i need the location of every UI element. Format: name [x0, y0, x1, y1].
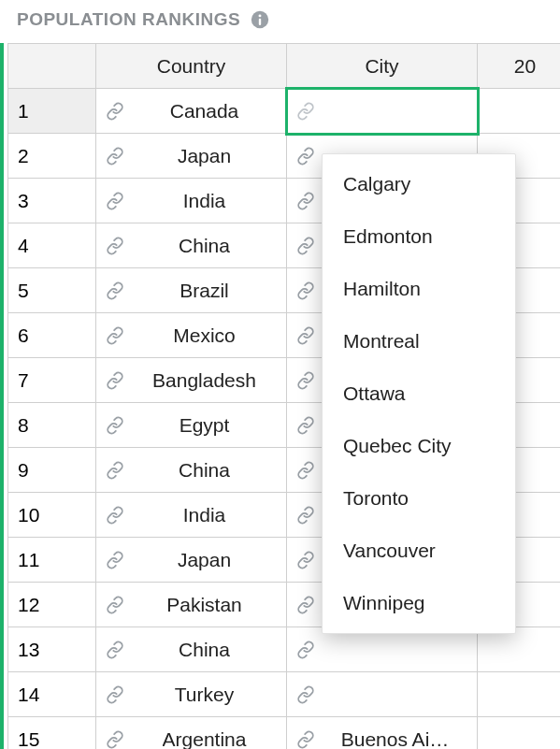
cell-country[interactable]: Japan [96, 538, 287, 583]
section-title: POPULATION RANKINGS [17, 9, 240, 30]
cell-country[interactable]: Canada [96, 89, 287, 134]
link-icon [106, 730, 155, 749]
link-icon [296, 685, 388, 704]
cell-country[interactable]: Brazil [96, 268, 287, 313]
cell-country[interactable]: Mexico [96, 313, 287, 358]
row-number[interactable]: 4 [8, 223, 96, 268]
link-icon [106, 281, 172, 300]
cell-year[interactable] [478, 672, 561, 717]
cell-country-label: Brazil [179, 280, 277, 302]
cell-country[interactable]: China [96, 448, 287, 493]
cell-country[interactable]: Turkey [96, 672, 287, 717]
row-number[interactable]: 1 [8, 89, 96, 134]
dropdown-item[interactable]: Edmonton [323, 210, 515, 263]
link-icon [106, 102, 163, 121]
row-number[interactable]: 10 [8, 493, 96, 538]
link-icon [106, 192, 176, 210]
dropdown-item[interactable]: Quebec City [323, 420, 515, 472]
cell-country[interactable]: India [96, 493, 287, 538]
row-number[interactable]: 2 [8, 134, 96, 179]
cell-country-label: India [183, 190, 277, 212]
cell-year[interactable] [478, 717, 561, 750]
cell-country[interactable]: Egypt [96, 403, 287, 448]
cell-city-label: Buenos Ai… [341, 728, 467, 750]
cell-city[interactable]: Buenos Ai… [287, 717, 478, 750]
svg-point-1 [259, 14, 262, 17]
column-header-country[interactable]: Country [96, 44, 287, 89]
dropdown-item[interactable]: Winnipeg [323, 577, 515, 629]
cell-year[interactable] [478, 89, 561, 134]
row-number[interactable]: 12 [8, 583, 96, 627]
link-icon [106, 326, 165, 345]
cell-country[interactable]: Japan [96, 134, 287, 179]
link-icon [106, 416, 172, 435]
table-row: 15ArgentinaBuenos Ai… [8, 717, 561, 750]
link-icon [106, 641, 171, 659]
cell-country-label: China [179, 639, 277, 661]
link-icon [106, 461, 171, 480]
cell-country-label: Canada [170, 100, 277, 122]
dropdown-item[interactable]: Ottawa [323, 367, 515, 420]
row-number[interactable]: 13 [8, 627, 96, 672]
column-header-rownum[interactable] [8, 44, 96, 89]
cell-country-label: Bangladesh [152, 369, 277, 392]
cell-country-label: Turkey [175, 684, 277, 706]
row-number[interactable]: 7 [8, 358, 96, 403]
link-icon [106, 237, 171, 255]
link-icon [106, 371, 145, 390]
row-number[interactable]: 6 [8, 313, 96, 358]
cell-country-label: Pakistan [166, 594, 277, 616]
link-icon [106, 506, 176, 525]
cell-city[interactable] [287, 672, 478, 717]
cell-country[interactable]: China [96, 627, 287, 672]
dropdown-item[interactable]: Vancouver [323, 525, 515, 577]
column-header-year[interactable]: 20 [478, 44, 561, 89]
cell-city[interactable] [287, 89, 478, 134]
cell-country-label: Japan [178, 549, 277, 571]
cell-country[interactable]: Bangladesh [96, 358, 287, 403]
cell-country-label: China [179, 459, 277, 482]
svg-rect-2 [259, 19, 261, 25]
link-icon [296, 641, 388, 659]
link-icon [106, 147, 170, 166]
cell-country[interactable]: India [96, 179, 287, 223]
info-icon[interactable] [250, 9, 270, 30]
row-number[interactable]: 5 [8, 268, 96, 313]
table-row: 14Turkey [8, 672, 561, 717]
row-number[interactable]: 15 [8, 717, 96, 750]
link-icon [106, 596, 159, 614]
dropdown-item[interactable]: Calgary [323, 158, 515, 210]
section-header: POPULATION RANKINGS [0, 0, 560, 43]
cell-country-label: Mexico [173, 324, 277, 347]
row-number[interactable]: 8 [8, 403, 96, 448]
table-row: 1Canada [8, 89, 561, 134]
column-header-city[interactable]: City [287, 44, 478, 89]
dropdown-item[interactable]: Toronto [323, 472, 515, 525]
row-number[interactable]: 3 [8, 179, 96, 223]
cell-country[interactable]: Pakistan [96, 583, 287, 627]
cell-country-label: Egypt [179, 414, 277, 437]
cell-country[interactable]: Argentina [96, 717, 287, 750]
link-icon [106, 551, 170, 569]
dropdown-item[interactable]: Montreal [323, 315, 515, 367]
cell-country-label: China [179, 235, 277, 257]
link-icon [296, 102, 388, 121]
cell-country-label: Argentina [163, 728, 277, 750]
cell-country-label: Japan [178, 145, 277, 167]
row-number[interactable]: 11 [8, 538, 96, 583]
cell-country[interactable]: China [96, 223, 287, 268]
city-dropdown[interactable]: CalgaryEdmontonHamiltonMontrealOttawaQue… [322, 153, 516, 634]
link-icon [296, 730, 334, 749]
row-number[interactable]: 9 [8, 448, 96, 493]
dropdown-item[interactable]: Hamilton [323, 263, 515, 315]
cell-country-label: India [183, 504, 277, 526]
row-number[interactable]: 14 [8, 672, 96, 717]
link-icon [106, 685, 167, 704]
